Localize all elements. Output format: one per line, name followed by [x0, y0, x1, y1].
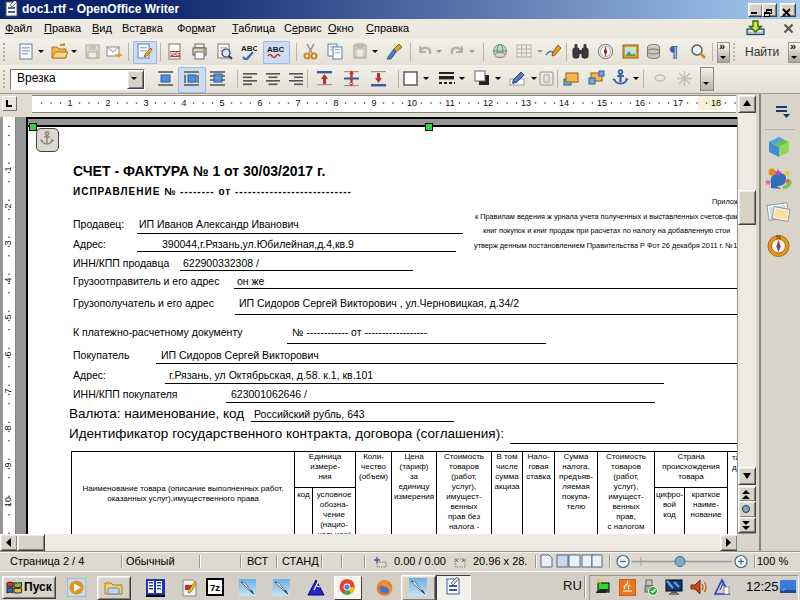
svg-text:N: N: [776, 234, 780, 240]
svg-text:7z: 7z: [210, 582, 220, 593]
